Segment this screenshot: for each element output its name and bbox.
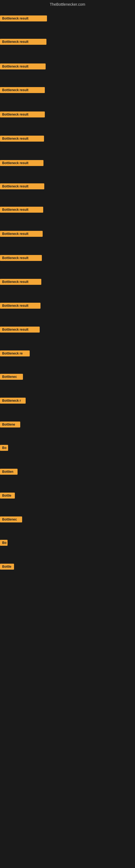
bottleneck-badge-8: Bottleneck result [0, 183, 44, 189]
bottleneck-badge-14: Bottleneck result [0, 327, 40, 333]
bottleneck-badge-22: Bottlenec [0, 517, 22, 522]
bottleneck-badge-3: Bottleneck result [0, 63, 46, 69]
bottleneck-badge-11: Bottleneck result [0, 255, 42, 261]
bottleneck-badge-19: Bo [0, 445, 8, 451]
bottleneck-badge-17: Bottleneck r [0, 398, 26, 404]
bottleneck-badge-9: Bottleneck result [0, 207, 43, 213]
site-title: TheBottlenecker.com [0, 0, 135, 9]
bottleneck-badge-13: Bottleneck result [0, 303, 41, 309]
bottleneck-badge-23: Bo [0, 540, 8, 546]
bottleneck-badge-21: Bottle [0, 493, 15, 499]
bottleneck-badge-18: Bottlene [0, 422, 20, 428]
bottleneck-badge-15: Bottleneck re [0, 350, 30, 356]
bottleneck-badge-10: Bottleneck result [0, 231, 43, 237]
bottleneck-badge-24: Bottle [0, 564, 14, 569]
bottleneck-badge-5: Bottleneck result [0, 112, 45, 118]
bottleneck-badge-2: Bottleneck result [0, 39, 46, 45]
bottleneck-badge-4: Bottleneck result [0, 87, 45, 93]
bottleneck-badge-6: Bottleneck result [0, 135, 44, 142]
bottleneck-badge-1: Bottleneck result [0, 16, 47, 22]
bottleneck-badge-16: Bottlenec [0, 374, 23, 380]
bottleneck-badge-20: Bottlen [0, 469, 17, 475]
bottleneck-badge-7: Bottleneck result [0, 160, 43, 166]
bottleneck-badge-12: Bottleneck result [0, 279, 41, 285]
